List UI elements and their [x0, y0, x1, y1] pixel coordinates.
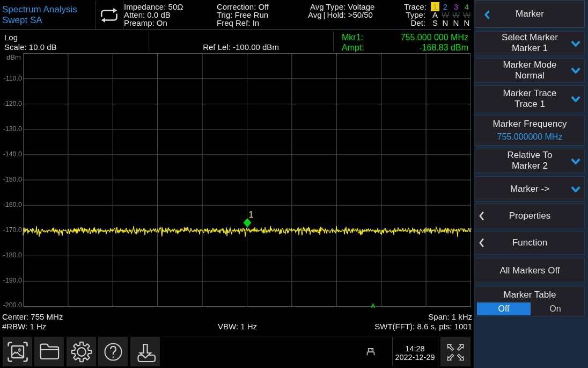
svg-text:1: 1 — [249, 210, 254, 219]
